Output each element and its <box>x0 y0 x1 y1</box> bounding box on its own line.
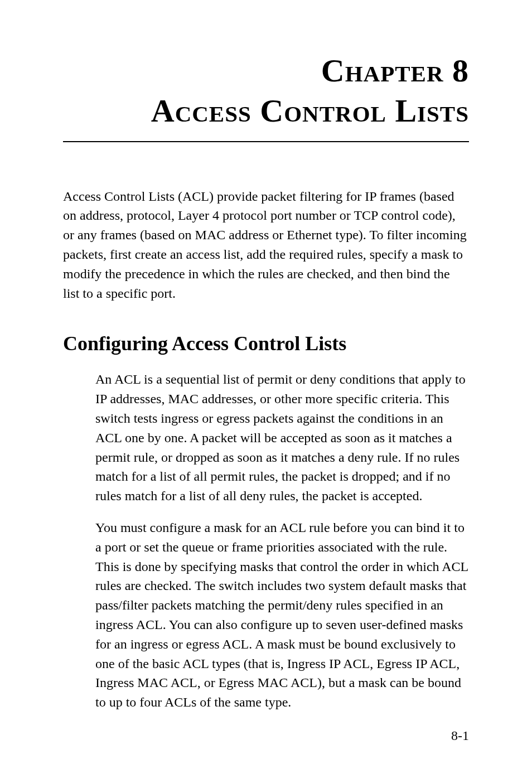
chapter-word: Chapter <box>321 52 444 89</box>
page-container: Chapter 8 Access Control Lists Access Co… <box>0 0 532 774</box>
section-heading: Configuring Access Control Lists <box>63 332 469 355</box>
page-number: 8-1 <box>451 728 469 743</box>
intro-paragraph: Access Control Lists (ACL) provide packe… <box>63 187 469 303</box>
horizontal-rule <box>63 141 469 142</box>
chapter-label: Chapter 8 <box>63 53 469 89</box>
chapter-number: 8 <box>452 52 469 89</box>
body-paragraph-1: An ACL is a sequential list of permit or… <box>95 370 469 506</box>
body-paragraph-2: You must configure a mask for an ACL rul… <box>95 518 469 712</box>
chapter-title: Access Control Lists <box>63 93 469 129</box>
